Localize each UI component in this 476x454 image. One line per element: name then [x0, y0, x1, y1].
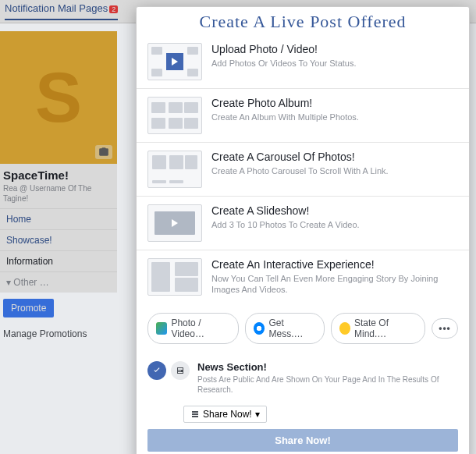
option-title: Create A Slideshow! [211, 204, 458, 217]
cover-photo[interactable]: S [0, 31, 117, 164]
page-info: SpaceTime! Rea @ Username Of The Tagine! [0, 164, 117, 208]
carousel-thumb [147, 151, 202, 188]
interactive-thumb [147, 258, 202, 296]
share-dropdown[interactable]: Share Now! ▾ [183, 406, 267, 423]
emoji-icon [339, 322, 350, 335]
photo-icon [156, 322, 167, 335]
manage-promotions-link[interactable]: Manage Promotions [0, 324, 117, 344]
option-title: Create An Interactive Experience! [211, 258, 458, 271]
chip-photo-video[interactable]: Photo / Video… [147, 313, 239, 344]
option-interactive-experience[interactable]: Create An Interactive Experience! Now Yo… [137, 250, 469, 303]
news-desc: Posts Are Public And Are Shown On Your P… [197, 374, 458, 395]
page-title: SpaceTime! [3, 168, 114, 182]
option-title: Create Photo Album! [211, 97, 458, 109]
option-create-carousel[interactable]: Create A Carousel Of Photos! Create A Ph… [137, 143, 469, 197]
chip-get-messages[interactable]: Get Mess.… [245, 313, 325, 344]
slideshow-thumb [147, 204, 202, 242]
nav-other[interactable]: ▾ Other … [0, 271, 117, 293]
play-icon [172, 219, 178, 227]
chevron-down-icon: ▾ [255, 409, 260, 420]
messenger-icon [254, 322, 265, 335]
chip-row: Photo / Video… Get Mess.… State Of Mind.… [137, 303, 469, 353]
option-create-slideshow[interactable]: Create A Slideshow! Add 3 To 10 Photos T… [137, 197, 469, 250]
option-desc: Add Photos Or Videos To Your Status. [211, 58, 458, 69]
option-create-album[interactable]: Create Photo Album! Create An Album With… [137, 89, 469, 143]
share-now-button[interactable]: Share Now! [147, 429, 458, 452]
option-desc: Now You Can Tell An Even More Engaging S… [211, 273, 458, 296]
notification-badge: 2 [109, 5, 118, 13]
page-initial: S [35, 58, 82, 138]
option-upload-photo-video[interactable]: Upload Photo / Video! Add Photos Or Vide… [137, 35, 469, 89]
chip-more[interactable]: ••• [432, 318, 458, 339]
option-title: Create A Carousel Of Photos! [211, 151, 458, 163]
news-section: News Section! Posts Are Public And Are S… [137, 353, 469, 403]
news-feed-icon [190, 410, 200, 419]
news-icon[interactable] [171, 361, 190, 380]
option-title: Upload Photo / Video! [211, 43, 458, 55]
promote-button[interactable]: Promote [3, 299, 54, 317]
upload-thumb [147, 43, 202, 80]
camera-icon[interactable] [95, 145, 112, 159]
nav-home[interactable]: Home [0, 208, 117, 229]
modal-title: Create A Live Post Offered [137, 7, 469, 35]
page-subtitle: Rea @ Username Of The Tagine! [3, 183, 114, 204]
nav-notifications[interactable]: Notification Mail Pages2 [5, 2, 118, 20]
option-desc: Add 3 To 10 Photos To Create A Video. [211, 219, 458, 230]
public-check-icon[interactable] [147, 361, 166, 380]
nav-showcase[interactable]: Showcase! [0, 229, 117, 250]
chip-state-of-mind[interactable]: State Of Mind.… [331, 313, 425, 344]
news-title: News Section! [197, 361, 458, 373]
nav-information[interactable]: Information [0, 250, 117, 271]
album-thumb [147, 97, 202, 134]
option-desc: Create An Album With Multiple Photos. [211, 112, 458, 122]
play-icon [172, 58, 178, 66]
create-post-modal: Create A Live Post Offered Upload Photo … [136, 6, 470, 454]
left-nav: Home Showcase! Information ▾ Other … [0, 208, 117, 293]
option-desc: Create A Photo Carousel To Scroll With A… [211, 165, 458, 176]
